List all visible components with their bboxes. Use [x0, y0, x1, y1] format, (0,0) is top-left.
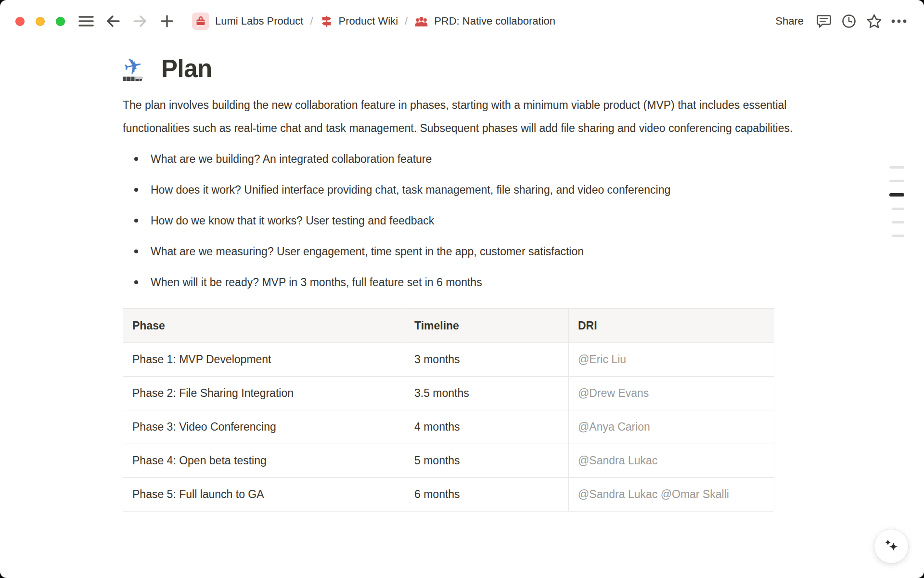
- back-arrow-icon: [106, 14, 120, 28]
- share-button[interactable]: Share: [770, 11, 809, 31]
- page-content: ✈ Plan The plan involves building the ne…: [123, 54, 800, 512]
- column-header-dri[interactable]: DRI: [569, 309, 774, 343]
- list-item[interactable]: How does it work? Unified interface prov…: [123, 178, 800, 201]
- table-row: Phase 4: Open beta testing 5 months @San…: [123, 444, 774, 478]
- bullet-dot: [134, 188, 138, 192]
- column-header-timeline[interactable]: Timeline: [405, 309, 569, 343]
- list-item-text: How does it work? Unified interface prov…: [151, 178, 670, 201]
- sparkle-icon: [882, 536, 901, 557]
- outline-item[interactable]: [892, 221, 904, 223]
- outline-item-active[interactable]: [889, 193, 904, 197]
- table-row: Phase 2: File Sharing Integration 3.5 mo…: [123, 377, 774, 410]
- table-header-row: Phase Timeline DRI: [123, 309, 774, 343]
- more-icon: [891, 19, 907, 24]
- outline-item[interactable]: [892, 208, 904, 210]
- timeline-cell[interactable]: 5 months: [405, 444, 569, 478]
- outline-item[interactable]: [892, 235, 904, 237]
- phase-cell[interactable]: Phase 1: MVP Development: [123, 343, 405, 377]
- breadcrumb-label: PRD: Native collaboration: [434, 15, 555, 27]
- back-button[interactable]: [103, 11, 124, 32]
- timeline-cell[interactable]: 4 months: [405, 410, 569, 444]
- outline-item[interactable]: [889, 166, 904, 169]
- intro-paragraph[interactable]: The plan involves building the new colla…: [123, 93, 800, 140]
- list-item[interactable]: What are we measuring? User engagement, …: [123, 240, 800, 263]
- signpost-icon: [320, 15, 333, 28]
- breadcrumb-label: Lumi Labs Product: [215, 15, 303, 27]
- hamburger-icon: [78, 15, 94, 27]
- comments-button[interactable]: [813, 11, 834, 32]
- new-page-button[interactable]: [156, 11, 178, 32]
- ai-assistant-button[interactable]: [874, 529, 909, 564]
- minimize-window-button[interactable]: [36, 17, 45, 26]
- phase-cell[interactable]: Phase 4: Open beta testing: [123, 444, 405, 478]
- breadcrumb-separator: /: [405, 15, 408, 27]
- dri-cell[interactable]: @Sandra Lukac @Omar Skalli: [569, 478, 774, 512]
- sidebar-menu-button[interactable]: [76, 11, 97, 32]
- list-item-text: How do we know that it works? User testi…: [151, 209, 434, 232]
- timeline-cell[interactable]: 6 months: [405, 478, 569, 512]
- bullet-dot: [134, 250, 138, 253]
- bullet-dot: [134, 280, 138, 284]
- breadcrumb-item-prd[interactable]: PRD: Native collaboration: [411, 13, 558, 30]
- briefcase-icon: [192, 13, 209, 30]
- close-window-button[interactable]: [15, 17, 25, 26]
- forward-arrow-icon: [133, 14, 147, 28]
- bullet-list: What are we building? An integrated coll…: [123, 147, 800, 294]
- dri-cell[interactable]: @Eric Liu: [569, 343, 774, 377]
- breadcrumb-separator: /: [310, 15, 313, 27]
- list-item[interactable]: What are we building? An integrated coll…: [123, 147, 800, 171]
- phase-cell[interactable]: Phase 3: Video Conferencing: [123, 410, 405, 444]
- forward-button[interactable]: [129, 11, 151, 32]
- app-window: Lumi Labs Product / Product Wiki /: [0, 0, 924, 578]
- page-title[interactable]: Plan: [161, 54, 212, 84]
- page-title-row: ✈ Plan: [123, 54, 800, 84]
- breadcrumb-item-product-wiki[interactable]: Product Wiki: [317, 13, 401, 30]
- people-icon: [414, 14, 428, 28]
- table-row: Phase 3: Video Conferencing 4 months @An…: [123, 410, 774, 444]
- nav-buttons: [76, 11, 178, 32]
- breadcrumb-item-workspace[interactable]: Lumi Labs Product: [189, 11, 306, 32]
- favorite-button[interactable]: [863, 11, 885, 32]
- plus-icon: [161, 15, 173, 27]
- list-item[interactable]: When will it be ready? MVP in 3 months, …: [123, 271, 800, 294]
- star-icon: [866, 13, 882, 29]
- list-item[interactable]: How do we know that it works? User testi…: [123, 209, 800, 232]
- timeline-cell[interactable]: 3 months: [405, 343, 569, 377]
- more-options-button[interactable]: [888, 11, 910, 32]
- timeline-cell[interactable]: 3.5 months: [405, 377, 569, 410]
- dri-cell[interactable]: @Drew Evans: [569, 377, 774, 410]
- outline-item[interactable]: [889, 180, 904, 182]
- window-controls: [15, 17, 65, 26]
- zoom-window-button[interactable]: [56, 17, 65, 26]
- bullet-dot: [134, 157, 138, 161]
- topbar: Lumi Labs Product / Product Wiki /: [0, 0, 924, 42]
- list-item-text: What are we building? An integrated coll…: [151, 147, 432, 171]
- list-item-text: When will it be ready? MVP in 3 months, …: [151, 271, 482, 294]
- table-row: Phase 1: MVP Development 3 months @Eric …: [123, 343, 774, 377]
- outline-indicator: [889, 166, 904, 248]
- table-row: Phase 5: Full launch to GA 6 months @San…: [123, 478, 774, 512]
- phases-table: Phase Timeline DRI Phase 1: MVP Developm…: [123, 308, 774, 512]
- phase-cell[interactable]: Phase 2: File Sharing Integration: [123, 377, 405, 410]
- topbar-actions: Share: [770, 11, 910, 32]
- dri-cell[interactable]: @Anya Carion: [569, 410, 774, 444]
- column-header-phase[interactable]: Phase: [123, 309, 405, 343]
- breadcrumb-label: Product Wiki: [339, 15, 398, 27]
- updates-button[interactable]: [838, 11, 860, 32]
- clock-icon: [841, 13, 857, 29]
- bullet-dot: [134, 219, 138, 223]
- list-item-text: What are we measuring? User engagement, …: [151, 240, 584, 263]
- comment-icon: [816, 14, 832, 28]
- dri-cell[interactable]: @Sandra Lukac: [569, 444, 774, 478]
- airplane-departure-icon[interactable]: ✈: [123, 54, 153, 84]
- breadcrumb: Lumi Labs Product / Product Wiki /: [189, 11, 558, 32]
- phase-cell[interactable]: Phase 5: Full launch to GA: [123, 478, 405, 512]
